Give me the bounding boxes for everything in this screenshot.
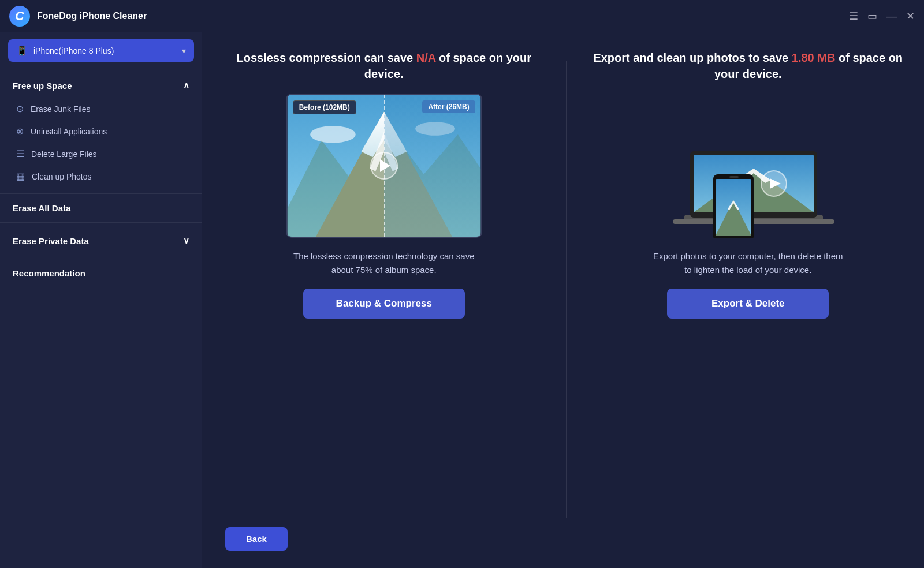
sidebar-item-uninstall-apps[interactable]: ⊗ Uninstall Applications bbox=[0, 120, 202, 143]
svg-rect-9 bbox=[384, 95, 480, 237]
section-erase-private: Erase Private Data ∨ bbox=[0, 224, 202, 257]
svg-point-7 bbox=[310, 126, 356, 143]
app-logo: C bbox=[9, 6, 30, 27]
section-header-erase-private[interactable]: Erase Private Data ∨ bbox=[0, 229, 202, 253]
export-highlight: 1.80 MB bbox=[792, 51, 836, 64]
play-button[interactable] bbox=[370, 152, 398, 180]
clean-photos-icon: ▦ bbox=[16, 171, 25, 182]
content-area: Lossless compression can save N/A of spa… bbox=[202, 32, 924, 568]
sidebar-item-erase-junk[interactable]: ⊙ Erase Junk Files bbox=[0, 98, 202, 120]
section-title-erase-private: Erase Private Data bbox=[13, 236, 89, 246]
compress-card: Lossless compression can save N/A of spa… bbox=[225, 50, 543, 319]
sidebar-item-delete-large[interactable]: ☰ Delete Large Files bbox=[0, 143, 202, 165]
section-title-free-space: Free up Space bbox=[13, 81, 72, 91]
device-selector[interactable]: 📱 iPhone(iPhone 8 Plus) ▾ bbox=[8, 39, 194, 62]
collapse-icon-erase-private: ∨ bbox=[183, 236, 189, 246]
sidebar-item-erase-all[interactable]: Erase All Data bbox=[0, 195, 202, 221]
device-selector-left: 📱 iPhone(iPhone 8 Plus) bbox=[16, 45, 114, 56]
export-delete-button[interactable]: Export & Delete bbox=[667, 289, 829, 319]
compress-card-title: Lossless compression can save N/A of spa… bbox=[225, 50, 543, 82]
delete-large-label: Delete Large Files bbox=[31, 150, 97, 159]
divider-1 bbox=[0, 193, 202, 194]
export-card: Export and clean up photos to save 1.80 … bbox=[590, 50, 907, 319]
compress-highlight: N/A bbox=[416, 51, 436, 64]
title-bar: C FoneDog iPhone Cleaner ☰ ▭ — ✕ bbox=[0, 0, 924, 32]
bottom-bar: Back bbox=[225, 518, 907, 551]
chevron-down-icon: ▾ bbox=[182, 46, 186, 55]
compress-image: Before (102MB) After (26MB) bbox=[286, 94, 482, 238]
uninstall-apps-icon: ⊗ bbox=[16, 126, 24, 137]
recommendation-label: Recommendation bbox=[13, 268, 85, 278]
export-description: Export photos to your computer, then del… bbox=[650, 249, 846, 277]
sidebar-item-recommendation[interactable]: Recommendation bbox=[0, 260, 202, 286]
chat-icon[interactable]: ▭ bbox=[867, 10, 877, 23]
close-icon[interactable]: ✕ bbox=[906, 10, 915, 23]
main-layout: 📱 iPhone(iPhone 8 Plus) ▾ Free up Space … bbox=[0, 32, 924, 568]
clean-photos-label: Clean up Photos bbox=[32, 172, 92, 181]
uninstall-apps-label: Uninstall Applications bbox=[31, 127, 107, 136]
cards-row: Lossless compression can save N/A of spa… bbox=[225, 50, 907, 518]
section-header-free-space[interactable]: Free up Space ∧ bbox=[0, 73, 202, 98]
compress-image-inner: Before (102MB) After (26MB) bbox=[287, 95, 481, 237]
title-bar-left: C FoneDog iPhone Cleaner bbox=[9, 6, 147, 27]
sidebar-item-clean-photos[interactable]: ▦ Clean up Photos bbox=[0, 165, 202, 188]
device-icon: 📱 bbox=[16, 45, 28, 56]
export-card-title: Export and clean up photos to save 1.80 … bbox=[590, 50, 907, 82]
card-divider bbox=[566, 61, 567, 518]
menu-icon[interactable]: ☰ bbox=[849, 10, 858, 23]
back-button[interactable]: Back bbox=[225, 527, 288, 551]
divider-2 bbox=[0, 222, 202, 223]
divider-3 bbox=[0, 259, 202, 259]
svg-rect-20 bbox=[729, 176, 739, 178]
delete-large-icon: ☰ bbox=[16, 148, 24, 159]
export-image bbox=[638, 94, 858, 238]
title-bar-controls: ☰ ▭ — ✕ bbox=[849, 10, 915, 23]
export-device-svg bbox=[638, 94, 858, 238]
sidebar: 📱 iPhone(iPhone 8 Plus) ▾ Free up Space … bbox=[0, 32, 202, 568]
compress-description: The lossless compression technology can … bbox=[286, 249, 482, 277]
backup-compress-button[interactable]: Backup & Compress bbox=[303, 289, 465, 319]
device-label: iPhone(iPhone 8 Plus) bbox=[33, 46, 114, 55]
collapse-icon-free-space: ∧ bbox=[183, 80, 189, 91]
app-title: FoneDog iPhone Cleaner bbox=[37, 11, 147, 21]
erase-all-label: Erase All Data bbox=[13, 203, 70, 213]
minimize-icon[interactable]: — bbox=[886, 10, 897, 23]
erase-junk-label: Erase Junk Files bbox=[31, 104, 90, 114]
erase-junk-icon: ⊙ bbox=[16, 103, 24, 114]
after-label: After (26MB) bbox=[422, 100, 475, 113]
before-label: Before (102MB) bbox=[293, 100, 356, 114]
section-free-space: Free up Space ∧ ⊙ Erase Junk Files ⊗ Uni… bbox=[0, 69, 202, 192]
